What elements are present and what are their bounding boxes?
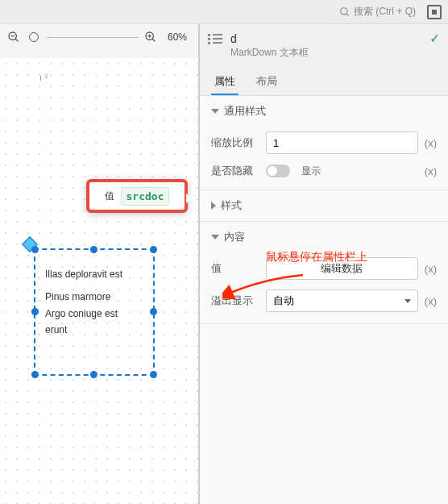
prop-hidden: 是否隐藏 显示 (x) <box>200 159 448 183</box>
ruler-number: 3 <box>44 73 48 80</box>
hover-tooltip: 值 srcdoc <box>86 179 188 213</box>
content-line: erunt <box>45 322 143 338</box>
fullscreen-icon[interactable] <box>427 5 442 19</box>
resize-handle[interactable] <box>150 371 157 378</box>
tab-properties[interactable]: 属性 <box>211 69 239 95</box>
canvas[interactable]: 3 值 srcdoc Illas deploravit est <box>0 58 198 504</box>
toggle-label: 显示 <box>301 165 418 178</box>
chevron-right-icon <box>211 202 216 210</box>
prop-label: 值 <box>211 261 259 276</box>
expression-toggle[interactable]: (x) <box>425 137 437 149</box>
select-value: 自动 <box>273 294 294 308</box>
section-content: 内容 值 编辑数据 (x) 溢出显示 自动 (x) <box>200 222 448 324</box>
section-header[interactable]: 通用样式 <box>200 96 448 127</box>
prop-label: 是否隐藏 <box>211 164 259 178</box>
resize-handle[interactable] <box>90 371 97 378</box>
tabs: 属性 布局 <box>200 65 448 96</box>
section-style: 样式 <box>200 190 448 222</box>
resize-handle[interactable] <box>150 308 157 315</box>
top-bar: 搜索 (Ctrl + Q) <box>0 0 448 24</box>
tooltip-value: srcdoc <box>121 187 170 206</box>
svg-line-3 <box>15 39 18 41</box>
content-line: Argo coniuge est <box>45 306 143 322</box>
prop-overflow: 溢出显示 自动 (x) <box>200 285 448 317</box>
chevron-down-icon <box>211 109 219 114</box>
zoom-in-icon[interactable] <box>143 30 158 44</box>
resize-handle[interactable] <box>31 371 39 378</box>
main: 60% 3 值 srcdoc Illas deplo <box>0 24 448 504</box>
hidden-toggle[interactable] <box>266 165 290 177</box>
chevron-down-icon <box>404 299 411 303</box>
expression-toggle[interactable]: (x) <box>425 295 437 307</box>
section-title: 内容 <box>224 230 245 244</box>
svg-line-6 <box>152 39 155 41</box>
resize-handle[interactable] <box>90 246 97 253</box>
resize-handle[interactable] <box>150 246 157 253</box>
svg-line-1 <box>346 13 349 15</box>
resize-handle[interactable] <box>31 246 39 253</box>
prop-value: 值 编辑数据 (x) <box>200 252 448 285</box>
svg-point-0 <box>341 7 347 14</box>
section-header[interactable]: 内容 <box>200 222 448 252</box>
component-type: MarkDown 文本框 <box>230 46 440 60</box>
overflow-select[interactable]: 自动 <box>266 289 418 312</box>
expression-toggle[interactable]: (x) <box>425 165 437 177</box>
tab-layout[interactable]: 布局 <box>253 69 280 95</box>
section-header[interactable]: 样式 <box>200 190 448 221</box>
component-name[interactable]: d <box>230 32 425 45</box>
search-placeholder: 搜索 (Ctrl + Q) <box>354 5 416 19</box>
ruler-mark <box>40 76 41 81</box>
section-title: 通用样式 <box>224 104 266 119</box>
list-icon <box>208 34 222 45</box>
tooltip-label: 值 <box>105 190 114 203</box>
search-icon <box>339 6 351 18</box>
properties-panel: d ✓ MarkDown 文本框 属性 布局 通用样式 缩放比例 (x) <box>200 24 448 504</box>
check-icon: ✓ <box>429 31 440 46</box>
selected-widget[interactable]: Illas deploravit est Pinus marmore Argo … <box>34 248 155 376</box>
resize-handle[interactable] <box>31 308 39 315</box>
zoom-slider-thumb[interactable] <box>29 32 39 42</box>
chevron-down-icon <box>211 235 219 240</box>
section-general: 通用样式 缩放比例 (x) 是否隐藏 显示 (x) <box>200 96 448 190</box>
edit-data-button[interactable]: 编辑数据 <box>266 257 418 280</box>
prop-label: 溢出显示 <box>211 294 259 308</box>
zoom-slider-track[interactable] <box>47 37 139 38</box>
prop-label: 缩放比例 <box>211 135 259 150</box>
scale-input[interactable] <box>266 131 418 154</box>
expression-toggle[interactable]: (x) <box>425 263 437 275</box>
zoom-percent[interactable]: 60% <box>163 31 192 43</box>
canvas-area: 60% 3 值 srcdoc Illas deplo <box>0 24 200 504</box>
zoom-out-icon[interactable] <box>6 30 21 44</box>
widget-content: Illas deploravit est Pinus marmore Argo … <box>35 250 153 339</box>
canvas-toolbar: 60% <box>0 24 198 50</box>
content-line: Illas deploravit est <box>45 266 143 282</box>
section-title: 样式 <box>221 198 242 213</box>
component-header: d ✓ MarkDown 文本框 <box>200 24 448 65</box>
content-line: Pinus marmore <box>45 289 143 305</box>
prop-scale: 缩放比例 (x) <box>200 127 448 159</box>
search-box[interactable]: 搜索 (Ctrl + Q) <box>334 3 421 20</box>
